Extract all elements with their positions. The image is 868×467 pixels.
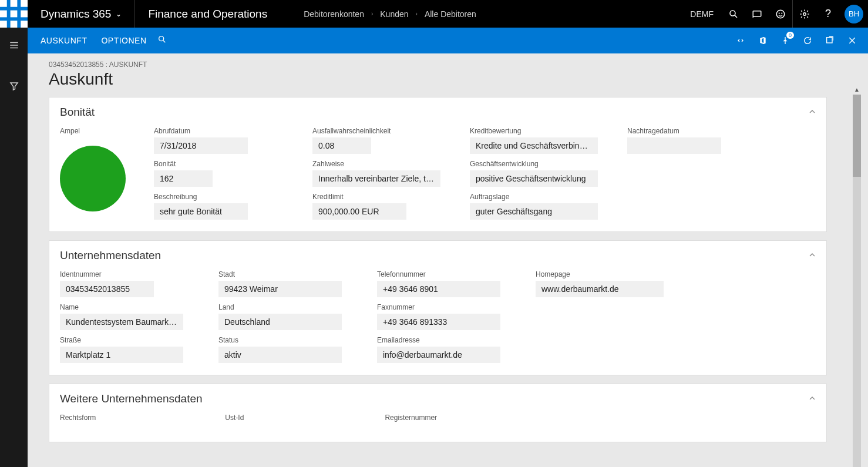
field-kreditlimit: Kreditlimit900,000.00 EUR (312, 193, 440, 220)
svg-rect-22 (827, 38, 832, 43)
field-label: Status (218, 336, 342, 344)
field-ustid: Ust-Id (225, 414, 244, 424)
user-avatar[interactable]: BH (845, 5, 863, 23)
brand-menu[interactable]: Dynamics 365 ⌄ (28, 8, 134, 21)
close-icon (847, 36, 857, 45)
field-label: Faxnummer (377, 303, 500, 311)
field-value[interactable]: +49 3646 891333 (377, 314, 500, 330)
field-label: Bonität (154, 160, 248, 168)
field-label: Land (218, 303, 342, 311)
hamburger-button[interactable] (0, 33, 28, 57)
search-button[interactable] (722, 0, 745, 28)
gear-icon (799, 9, 810, 19)
field-ausfall: Ausfallwahrscheinlichkeit0.08 (312, 127, 440, 154)
brand-label: Dynamics 365 (41, 8, 111, 21)
field-value[interactable]: 0.08 (312, 137, 371, 154)
svg-rect-6 (0, 21, 7, 28)
field-value[interactable]: positive Geschäftsentwicklung (470, 170, 598, 187)
chevron-down-icon: ⌄ (116, 10, 122, 18)
field-value[interactable]: +49 3646 8901 (377, 281, 500, 297)
popout-icon (825, 36, 835, 45)
refresh-button[interactable] (798, 31, 817, 51)
help-button[interactable]: ? (816, 0, 840, 28)
link-button[interactable] (731, 31, 751, 51)
field-label: Ust-Id (225, 414, 244, 422)
scroll-thumb[interactable] (853, 95, 861, 177)
action-bar: AUSKUNFT OPTIONEN 0 (28, 28, 868, 53)
field-value[interactable]: Deutschland (218, 314, 342, 330)
refresh-icon (803, 36, 812, 45)
field-nachtrag: Nachtragedatum (627, 127, 721, 154)
svg-point-14 (779, 13, 779, 14)
field-value[interactable]: Kundentestsystem Baumarkt A... (60, 314, 183, 330)
messages-button[interactable] (745, 0, 769, 28)
collapse-toggle[interactable] (808, 394, 817, 405)
field-value[interactable]: 99423 Weimar (218, 281, 342, 297)
ampel-label: Ampel (60, 127, 136, 135)
field-label: Rechtsform (60, 414, 96, 422)
svg-rect-4 (11, 11, 18, 18)
field-auftragslage: Auftragslageguter Geschäftsgang (470, 193, 598, 220)
tab-optionen[interactable]: OPTIONEN (94, 36, 153, 45)
field-value[interactable]: 03453452013855 (60, 281, 154, 297)
breadcrumb-item[interactable]: Kunden (380, 9, 408, 19)
filter-button[interactable] (0, 75, 28, 98)
company-label[interactable]: DEMF (682, 9, 722, 19)
field-value[interactable]: 7/31/2018 (154, 137, 248, 154)
field-value[interactable]: sehr gute Bonität (154, 203, 248, 220)
module-label: Finance and Operations (135, 8, 280, 21)
page-title: Auskunft (49, 70, 847, 89)
field-label: Abrufdatum (154, 127, 248, 135)
breadcrumb-item[interactable]: Debitorenkonten (304, 9, 364, 19)
settings-button[interactable] (793, 0, 816, 28)
attach-button[interactable]: 0 (775, 31, 795, 51)
top-bar: Dynamics 365 ⌄ Finance and Operations De… (0, 0, 868, 28)
field-label: Emailadresse (377, 336, 500, 344)
chevron-up-icon (808, 394, 817, 403)
field-label: Ausfallwahrscheinlichkeit (312, 127, 440, 135)
collapse-toggle[interactable] (808, 107, 817, 119)
field-label: Beschreibung (154, 193, 248, 201)
card-title: Bonität (60, 106, 816, 119)
app-launcher[interactable] (0, 0, 28, 28)
field-label: Auftragslage (470, 193, 598, 201)
field-label: Stadt (218, 270, 342, 278)
smiley-icon (775, 9, 786, 19)
field-label: Homepage (536, 270, 664, 278)
ampel-indicator (60, 146, 126, 211)
vertical-scrollbar[interactable]: ▲ ▼ (853, 95, 861, 467)
field-value[interactable] (627, 137, 721, 154)
field-label: Nachtragedatum (627, 127, 721, 135)
field-name: NameKundentestsystem Baumarkt A... (60, 303, 183, 330)
popout-button[interactable] (820, 31, 840, 51)
scroll-up-icon[interactable]: ▲ (853, 84, 861, 95)
svg-rect-11 (753, 11, 761, 16)
close-button[interactable] (842, 31, 862, 51)
field-rechtsform: Rechtsform (60, 414, 96, 424)
field-value[interactable]: Marktplatz 1 (60, 347, 183, 363)
field-zahlweise: ZahlweiseInnerhalb vereinbarter Ziele, t… (312, 160, 440, 187)
office-button[interactable] (753, 31, 773, 51)
collapse-toggle[interactable] (808, 250, 817, 262)
field-value[interactable]: 900,000.00 EUR (312, 203, 406, 220)
breadcrumb: Debitorenkonten › Kunden › Alle Debitore… (280, 9, 476, 19)
content-area: 03453452013855 : AUSKUNFT Auskunft Bonit… (28, 53, 868, 467)
svg-rect-2 (21, 0, 28, 7)
field-value[interactable]: guter Geschäftsgang (470, 203, 598, 220)
svg-point-9 (730, 11, 735, 16)
tab-auskunft[interactable]: AUSKUNFT (33, 36, 94, 45)
svg-point-20 (159, 36, 163, 41)
field-value[interactable]: 162 (154, 170, 213, 187)
field-value[interactable]: Innerhalb vereinbarter Ziele, teil... (312, 170, 440, 187)
card-weitere: Weitere Unternehmensdaten Rechtsform Ust… (49, 384, 827, 442)
action-search[interactable] (157, 35, 167, 46)
breadcrumb-item[interactable]: Alle Debitoren (425, 9, 476, 19)
field-value[interactable]: info@derbaumarkt.de (377, 347, 500, 363)
search-icon (728, 9, 739, 19)
field-value[interactable]: www.derbaumarkt.de (536, 281, 664, 297)
feedback-button[interactable] (769, 0, 792, 28)
field-value[interactable]: Kredite und Geschäftsverbindun... (470, 137, 598, 154)
search-icon (157, 35, 167, 44)
field-value[interactable]: aktiv (218, 347, 342, 363)
field-homepage: Homepagewww.derbaumarkt.de (536, 270, 664, 297)
